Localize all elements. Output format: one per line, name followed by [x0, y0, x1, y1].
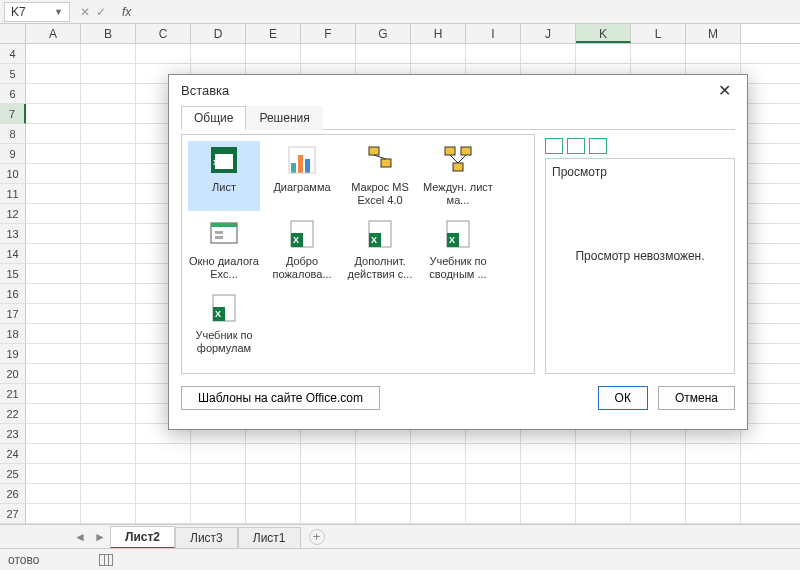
row-header-6[interactable]: 6 — [0, 84, 26, 104]
row-header-11[interactable]: 11 — [0, 184, 26, 204]
row-header-24[interactable]: 24 — [0, 444, 26, 464]
dialog-tabs: ОбщиеРешения — [181, 105, 735, 130]
template-icon: X — [207, 291, 241, 325]
row-header-5[interactable]: 5 — [0, 64, 26, 84]
row-header-22[interactable]: 22 — [0, 404, 26, 424]
row-header-14[interactable]: 14 — [0, 244, 26, 264]
sheet-tab[interactable]: Лист3 — [175, 527, 238, 548]
col-header-I[interactable]: I — [466, 24, 521, 43]
row-header-4[interactable]: 4 — [0, 44, 26, 64]
details-icons-icon[interactable] — [589, 138, 607, 154]
template-item[interactable]: XУчебник по сводным ... — [422, 215, 494, 285]
dialog-tab[interactable]: Общие — [181, 106, 246, 130]
row-header-12[interactable]: 12 — [0, 204, 26, 224]
template-item[interactable]: Окно диалога Exc... — [188, 215, 260, 285]
col-header-G[interactable]: G — [356, 24, 411, 43]
svg-rect-9 — [381, 159, 391, 167]
row-header-21[interactable]: 21 — [0, 384, 26, 404]
svg-rect-13 — [453, 163, 463, 171]
template-label: Дополнит. действия с... — [344, 255, 416, 281]
formula-bar: K7 ▼ ✕ ✓ fx — [0, 0, 800, 24]
fx-label[interactable]: fx — [122, 5, 131, 19]
sheet-tab[interactable]: Лист1 — [238, 527, 301, 548]
svg-text:X: X — [213, 158, 219, 167]
col-header-J[interactable]: J — [521, 24, 576, 43]
svg-rect-11 — [445, 147, 455, 155]
svg-line-14 — [450, 155, 458, 163]
tab-nav-prev-icon[interactable]: ◄ — [70, 530, 90, 544]
col-header-C[interactable]: C — [136, 24, 191, 43]
col-header-E[interactable]: E — [246, 24, 301, 43]
sheet-tab[interactable]: Лист2 — [110, 526, 175, 549]
cancel-formula-icon[interactable]: ✕ — [80, 5, 90, 19]
row-header-18[interactable]: 18 — [0, 324, 26, 344]
cancel-button[interactable]: Отмена — [658, 386, 735, 410]
row-headers: 4567891011121314151617181920212223242526… — [0, 44, 26, 544]
dialog-tab[interactable]: Решения — [246, 106, 322, 130]
template-item[interactable]: XДобро пожалова... — [266, 215, 338, 285]
row-header-25[interactable]: 25 — [0, 464, 26, 484]
list-icons-icon[interactable] — [567, 138, 585, 154]
svg-text:X: X — [449, 235, 455, 245]
view-grid-icon[interactable] — [99, 554, 113, 566]
col-header-B[interactable]: B — [81, 24, 136, 43]
preview-pane: Просмотр Просмотр невозможен. — [545, 158, 735, 374]
office-templates-button[interactable]: Шаблоны на сайте Office.com — [181, 386, 380, 410]
row-header-10[interactable]: 10 — [0, 164, 26, 184]
tab-nav-next-icon[interactable]: ► — [90, 530, 110, 544]
template-icon: X — [441, 217, 475, 251]
row-header-27[interactable]: 27 — [0, 504, 26, 524]
add-sheet-icon[interactable]: + — [309, 529, 325, 545]
ok-button[interactable]: ОК — [598, 386, 648, 410]
col-header-M[interactable]: M — [686, 24, 741, 43]
template-list[interactable]: XЛистДиаграммаМакрос MS Excel 4.0Междун.… — [181, 134, 535, 374]
col-header-A[interactable]: A — [26, 24, 81, 43]
row-header-7[interactable]: 7 — [0, 104, 26, 124]
row-header-8[interactable]: 8 — [0, 124, 26, 144]
col-header-F[interactable]: F — [301, 24, 356, 43]
select-all-corner[interactable] — [0, 24, 26, 43]
name-box-value: K7 — [11, 5, 26, 19]
template-item[interactable]: Диаграмма — [266, 141, 338, 211]
template-item[interactable]: Макрос MS Excel 4.0 — [344, 141, 416, 211]
large-icons-icon[interactable] — [545, 138, 563, 154]
row-header-26[interactable]: 26 — [0, 484, 26, 504]
col-header-L[interactable]: L — [631, 24, 686, 43]
col-header-D[interactable]: D — [191, 24, 246, 43]
svg-rect-2 — [215, 151, 233, 154]
row-header-15[interactable]: 15 — [0, 264, 26, 284]
col-header-K[interactable]: K — [576, 24, 631, 43]
row-header-13[interactable]: 13 — [0, 224, 26, 244]
col-header-H[interactable]: H — [411, 24, 466, 43]
insert-dialog: Вставка ✕ ОбщиеРешения XЛистДиаграммаМак… — [168, 74, 748, 430]
template-item[interactable]: XЛист — [188, 141, 260, 211]
svg-rect-4 — [291, 163, 296, 173]
row-header-23[interactable]: 23 — [0, 424, 26, 444]
template-item[interactable]: Междун. лист ма... — [422, 141, 494, 211]
row-header-20[interactable]: 20 — [0, 364, 26, 384]
svg-rect-6 — [305, 159, 310, 173]
column-headers: ABCDEFGHIJKLM — [0, 24, 800, 44]
svg-rect-12 — [461, 147, 471, 155]
svg-rect-19 — [215, 236, 223, 239]
row-header-19[interactable]: 19 — [0, 344, 26, 364]
template-icon: X — [207, 143, 241, 177]
view-mode-icons — [545, 134, 735, 158]
preview-message: Просмотр невозможен. — [552, 249, 728, 263]
row-header-9[interactable]: 9 — [0, 144, 26, 164]
svg-text:X: X — [293, 235, 299, 245]
close-icon[interactable]: ✕ — [710, 79, 739, 102]
template-icon: X — [285, 217, 319, 251]
name-box[interactable]: K7 ▼ — [4, 2, 70, 22]
row-header-16[interactable]: 16 — [0, 284, 26, 304]
status-bar: отово — [0, 548, 800, 570]
svg-rect-18 — [215, 231, 223, 234]
confirm-formula-icon[interactable]: ✓ — [96, 5, 106, 19]
template-item[interactable]: XУчебник по формулам — [188, 289, 260, 359]
chevron-down-icon[interactable]: ▼ — [54, 7, 63, 17]
template-icon — [207, 217, 241, 251]
row-header-17[interactable]: 17 — [0, 304, 26, 324]
template-item[interactable]: XДополнит. действия с... — [344, 215, 416, 285]
svg-rect-8 — [369, 147, 379, 155]
template-label: Добро пожалова... — [266, 255, 338, 281]
